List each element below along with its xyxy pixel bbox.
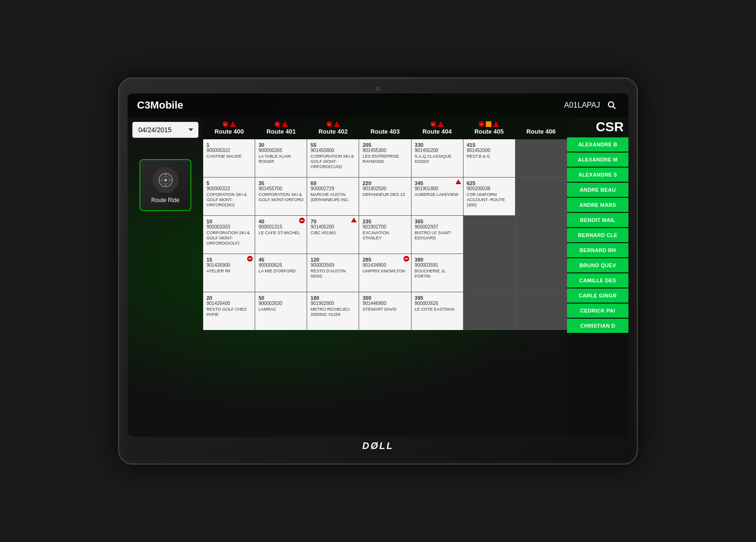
app-title: C3Mobile bbox=[137, 99, 183, 111]
date-selector[interactable]: 04/24/2015 04/23/2015 04/25/2015 bbox=[132, 122, 198, 138]
center-content: − Route 400 − Route 401 bbox=[203, 117, 567, 437]
route-col-401: − Route 401 bbox=[255, 119, 307, 137]
route-col-405: − Route 405 bbox=[463, 119, 515, 137]
grid-area: 1 900005322 CANTINE MAUDE 30 900000265 L… bbox=[203, 139, 567, 437]
table-row[interactable]: 285 901434800 UNIPRIX KNOWLTON bbox=[359, 254, 411, 292]
table-row[interactable]: 40 900001315 LE CAFE ST-MICHEL bbox=[255, 216, 307, 254]
right-sidebar: CSR ALEXANDRE B ALEXANDRE M ALEXANDRE S … bbox=[567, 117, 628, 437]
table-row[interactable]: 415 901452000 REST.B & G bbox=[464, 139, 515, 177]
table-row[interactable]: 380 900003591 BOUCHERIE JL FORTIN bbox=[412, 254, 463, 292]
table-row-empty bbox=[515, 178, 567, 215]
table-row-empty bbox=[515, 216, 567, 254]
screen-content: C3Mobile A01LAPAJ bbox=[128, 93, 628, 437]
route-ride-icon bbox=[153, 167, 179, 193]
person-carle-gingr[interactable]: CARLE GINGR bbox=[567, 288, 628, 303]
person-andre-mars[interactable]: ANDRE MARS bbox=[567, 198, 628, 212]
table-row[interactable]: 345 901901800 AUBERGE LAKEVIEW bbox=[412, 178, 463, 215]
table-row[interactable]: 395 900003626 LE COTE EASTMAN bbox=[412, 292, 463, 330]
person-alexandre-s[interactable]: ALEXANDRE S bbox=[567, 168, 628, 182]
user-code: A01LAPAJ bbox=[564, 101, 600, 110]
date-select[interactable]: 04/24/2015 04/23/2015 04/25/2015 bbox=[132, 122, 198, 138]
screen: C3Mobile A01LAPAJ bbox=[128, 93, 628, 437]
person-bernard-cle[interactable]: BERNARD CLE bbox=[567, 228, 628, 242]
person-alexandre-b[interactable]: ALEXANDRE B bbox=[567, 137, 628, 152]
route-grid: 1 900005322 CANTINE MAUDE 30 900000265 L… bbox=[203, 139, 567, 330]
table-row[interactable]: 70 901405200 CIBC #01961 bbox=[307, 216, 359, 254]
table-row[interactable]: 330 901450200 S.A.Q.CLASSIQUE #23203 bbox=[412, 139, 463, 177]
person-bruno-quev[interactable]: BRUNO QUEV bbox=[567, 258, 628, 272]
table-row[interactable]: 45 900000626 LA MIE D'ORFORD bbox=[255, 254, 307, 292]
table-row-empty bbox=[515, 254, 567, 292]
table-row[interactable]: 180 901902800 METRO RICHELIEU 2000INC #1… bbox=[307, 292, 359, 330]
table-row[interactable]: 50 900002630 LAMRAC bbox=[255, 292, 307, 330]
routes-header: − Route 400 − Route 401 bbox=[203, 117, 567, 139]
main-area: 04/24/2015 04/23/2015 04/25/2015 bbox=[128, 117, 628, 437]
stop-icon: − bbox=[275, 121, 280, 127]
square-icon bbox=[486, 121, 491, 127]
svg-line-1 bbox=[613, 106, 615, 109]
stop-icon: − bbox=[326, 121, 332, 127]
warn-icon bbox=[493, 121, 499, 127]
brand-logo: DØLL bbox=[359, 437, 397, 455]
table-row[interactable]: 1 900005322 CANTINE MAUDE bbox=[203, 139, 255, 177]
tablet-frame: C3Mobile A01LAPAJ bbox=[118, 77, 638, 465]
warn-icon bbox=[282, 121, 288, 127]
table-row[interactable]: 120 900003569 RESTO D'AUSTIN SENS bbox=[307, 254, 359, 292]
warn-red-icon bbox=[455, 179, 461, 184]
table-row[interactable]: 35 901455700 CORPORATION SKI & GOLF MONT… bbox=[255, 178, 307, 215]
route-ride-button[interactable]: Route Ride bbox=[139, 159, 191, 211]
person-cedrick-pai[interactable]: CEDRICK PAI bbox=[567, 304, 628, 318]
table-row[interactable]: 235 901902700 EXCAVATION STANLEY bbox=[359, 216, 411, 254]
stop-icon: − bbox=[479, 121, 484, 127]
table-row-empty bbox=[464, 254, 515, 292]
route-col-400: − Route 400 bbox=[203, 119, 255, 137]
stop-icon: − bbox=[223, 121, 228, 127]
table-row[interactable]: 220 901902500 DEPANNEUR DES 13 bbox=[359, 178, 411, 215]
route-col-402: − Route 402 bbox=[307, 119, 359, 137]
stop-icon bbox=[404, 256, 409, 262]
table-row[interactable]: 205 901455300 LES ENTREPRISE RAYMOND bbox=[359, 139, 411, 177]
table-row[interactable]: 365 900002937 BISTRO LE SAINT-EDOUARD bbox=[412, 216, 463, 254]
svg-point-4 bbox=[164, 178, 167, 181]
person-bernard-rh[interactable]: BERNARD RH bbox=[567, 243, 628, 257]
person-benoit-mail[interactable]: BENOIT MAIL bbox=[567, 213, 628, 227]
table-row-empty bbox=[515, 139, 567, 177]
table-row-empty bbox=[515, 292, 567, 330]
table-row[interactable]: 60 900002729 MARCHE AUSTIN (DEPANNEUR) I… bbox=[307, 178, 359, 215]
table-row[interactable]: 55 901455800 CORPORATION SKI & GOLF MONT… bbox=[307, 139, 359, 177]
left-sidebar: 04/24/2015 04/23/2015 04/25/2015 bbox=[128, 117, 203, 437]
person-christian-d[interactable]: CHRISTIAN D bbox=[567, 319, 628, 333]
stop-icon: − bbox=[430, 121, 436, 127]
camera bbox=[376, 87, 380, 91]
table-row-empty bbox=[464, 216, 515, 254]
stop-icon bbox=[247, 256, 253, 262]
warn-icon bbox=[438, 121, 444, 127]
table-row[interactable]: 625 909200038 CSR UNIFORM ACCOUNT- ROUTE… bbox=[464, 178, 515, 215]
stop-icon bbox=[299, 218, 305, 223]
table-row[interactable]: 15 901426900 ATELIER RF bbox=[203, 254, 255, 292]
person-camille-des[interactable]: CAMILLE DES bbox=[567, 273, 628, 288]
svg-point-0 bbox=[609, 102, 614, 107]
table-row-empty bbox=[464, 292, 515, 330]
route-col-406: Route 406 bbox=[515, 119, 567, 137]
header-right: A01LAPAJ bbox=[564, 98, 619, 112]
table-row[interactable]: 10 900003303 CORPORATION SKI & GOLF MONT… bbox=[203, 216, 255, 254]
person-andre-beau[interactable]: ANDRE BEAU bbox=[567, 183, 628, 197]
route-col-403: Route 403 bbox=[359, 119, 411, 137]
warn-icon bbox=[230, 121, 236, 127]
route-col-404: − Route 404 bbox=[411, 119, 463, 137]
search-button[interactable] bbox=[605, 98, 619, 112]
table-row[interactable]: 30 900000265 LA TABLE ALAIN ROGER bbox=[255, 139, 307, 177]
table-row[interactable]: 5 900000322 COPORATION SKI & GOLF MONT-O… bbox=[203, 178, 255, 215]
csr-label: CSR bbox=[567, 117, 628, 137]
warn-red-icon bbox=[351, 218, 357, 222]
table-row[interactable]: 20 901426400 RESTO GOLF CHEZ PAPIE bbox=[203, 292, 255, 330]
warn-icon bbox=[334, 121, 340, 127]
person-alexandre-m[interactable]: ALEXANDRE M bbox=[567, 152, 628, 167]
table-row[interactable]: 300 901446900 STEWART DAVIS bbox=[359, 292, 411, 330]
route-ride-label: Route Ride bbox=[151, 197, 180, 203]
header: C3Mobile A01LAPAJ bbox=[128, 93, 628, 117]
